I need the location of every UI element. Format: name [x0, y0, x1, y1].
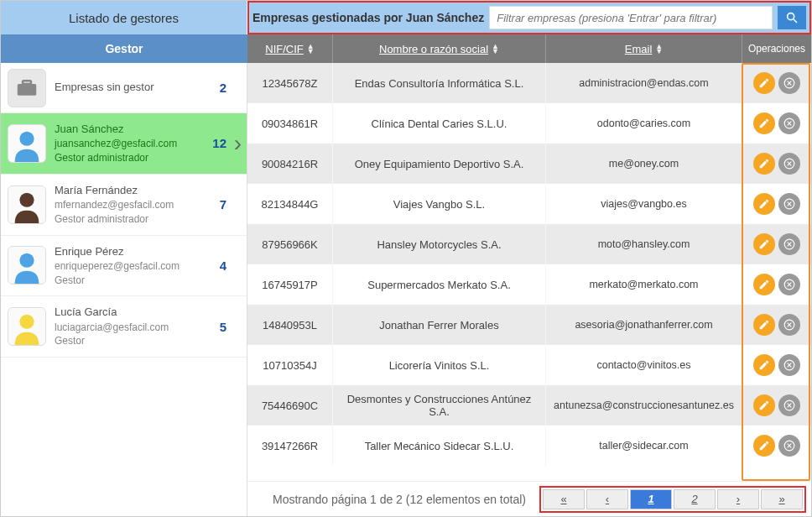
edit-button[interactable]: [753, 233, 775, 255]
gestor-count: 12: [206, 136, 226, 150]
cell-ops: [742, 264, 811, 305]
pager-prev[interactable]: ‹: [586, 489, 628, 509]
delete-button[interactable]: [778, 233, 800, 255]
cell-nif: 14840953L: [247, 305, 333, 345]
cell-name: Taller Mecánico Sidecar S.L.U.: [333, 426, 546, 466]
cell-ops: [742, 144, 811, 184]
table-row: 90084216ROney Equipamiento Deportivo S.A…: [247, 144, 811, 184]
gestor-name: María Fernández: [55, 183, 198, 198]
pencil-icon: [758, 279, 770, 290]
delete-button[interactable]: [778, 354, 800, 376]
gestor-email: juansanchez@gesfacil.com: [55, 137, 198, 151]
col-header-email[interactable]: Email ▲▼: [546, 34, 742, 63]
gestor-role: Gestor administrador: [55, 212, 198, 227]
pagination-status: Mostrando página 1 de 2 (12 elementos en…: [256, 493, 543, 506]
sort-icon: ▲▼: [655, 44, 663, 54]
delete-button[interactable]: [778, 435, 800, 457]
col-header-name[interactable]: Nombre o razón social ▲▼: [333, 34, 546, 63]
pencil-icon: [758, 319, 770, 331]
cell-name: Endas Consultoría Informática S.L.: [333, 63, 546, 103]
gestor-row[interactable]: Lucía Garcíaluciagarcia@gesfacil.comGest…: [1, 296, 247, 358]
delete-button[interactable]: [778, 193, 800, 215]
cell-ops: [742, 345, 811, 385]
gestor-row-unassigned[interactable]: Empresas sin gestor2: [1, 63, 247, 113]
table-row: 87956966KHansley Motorcycles S.A.moto@ha…: [247, 224, 811, 264]
sort-icon: ▲▼: [492, 44, 499, 54]
sort-icon: ▲▼: [307, 44, 315, 54]
gestor-row[interactable]: María Fernándezmfernandez@gesfacil.comGe…: [1, 175, 247, 236]
cell-nif: 75446690C: [247, 385, 333, 426]
search-button[interactable]: [778, 6, 806, 29]
delete-button[interactable]: [778, 274, 800, 295]
companies-title: Empresas gestionadas por Juan Sánchez: [252, 11, 484, 24]
close-icon: [783, 279, 795, 290]
header-left-title: Listado de gestores: [1, 1, 247, 34]
pencil-icon: [758, 198, 770, 210]
cell-email: contacto@vinitos.es: [546, 345, 742, 385]
cell-ops: [742, 103, 811, 144]
gestor-email: luciagarcia@gesfacil.com: [55, 321, 198, 335]
search-input[interactable]: [489, 6, 773, 29]
close-icon: [783, 238, 795, 250]
avatar: [8, 124, 46, 163]
app-container: Listado de gestores Empresas gestionadas…: [0, 0, 812, 517]
table-header: NIF/CIF ▲▼ Nombre o razón social ▲▼ Emai…: [247, 34, 811, 63]
gestor-email: mfernandez@gesfacil.com: [55, 198, 198, 212]
gestor-role: Gestor administrador: [55, 151, 198, 165]
delete-button[interactable]: [778, 112, 800, 134]
table-row: 39147266RTaller Mecánico Sidecar S.L.U.t…: [247, 426, 811, 466]
svg-rect-3: [23, 81, 31, 84]
gestor-info: Juan Sánchezjuansanchez@gesfacil.comGest…: [55, 122, 198, 165]
cell-ops: [742, 224, 811, 264]
delete-button[interactable]: [778, 72, 800, 94]
delete-button[interactable]: [778, 394, 800, 416]
edit-button[interactable]: [753, 394, 775, 416]
edit-button[interactable]: [753, 193, 775, 215]
cell-nif: 12345678Z: [247, 63, 333, 103]
gestor-role: Gestor: [55, 334, 198, 348]
edit-button[interactable]: [753, 314, 775, 336]
avatar-icon: [8, 185, 45, 224]
cell-nif: 10710354J: [247, 345, 333, 385]
pager-page-1[interactable]: 1: [630, 489, 672, 509]
avatar: [8, 307, 46, 346]
pencil-icon: [758, 77, 770, 89]
svg-point-9: [19, 253, 34, 268]
avatar: [8, 185, 46, 224]
svg-point-7: [19, 192, 34, 206]
pager-last[interactable]: »: [761, 489, 803, 509]
pager-first[interactable]: «: [543, 489, 585, 509]
edit-button[interactable]: [753, 354, 775, 376]
pencil-icon: [758, 238, 770, 250]
close-icon: [783, 118, 795, 129]
subheader: Gestor NIF/CIF ▲▼ Nombre o razón social …: [1, 34, 811, 63]
cell-email: moto@hansley.com: [546, 224, 742, 264]
edit-button[interactable]: [753, 112, 775, 134]
pager-next[interactable]: ›: [717, 489, 759, 509]
cell-ops: [742, 63, 811, 103]
edit-button[interactable]: [753, 435, 775, 457]
cell-email: asesoria@jonathanferrer.com: [546, 305, 742, 345]
edit-button[interactable]: [753, 72, 775, 94]
cell-email: administracion@endas.com: [546, 63, 742, 103]
cell-email: taller@sidecar.com: [546, 426, 742, 466]
gestor-row[interactable]: Juan Sánchezjuansanchez@gesfacil.comGest…: [1, 113, 247, 175]
header-right: Empresas gestionadas por Juan Sánchez: [247, 1, 811, 34]
delete-button[interactable]: [778, 314, 800, 336]
delete-button[interactable]: [778, 153, 800, 175]
cell-email: viajes@vangbo.es: [546, 184, 742, 224]
cell-name: Clínica Dental Caries S.L.U.: [333, 103, 546, 144]
gestor-info: Enrique Pérezenriqueperez@gesfacil.comGe…: [55, 244, 198, 288]
gestor-count: 5: [206, 320, 226, 334]
close-icon: [783, 440, 795, 452]
cell-email: me@oney.com: [546, 144, 742, 184]
gestor-row[interactable]: Enrique Pérezenriqueperez@gesfacil.comGe…: [1, 236, 247, 297]
cell-name: Hansley Motorcycles S.A.: [333, 224, 546, 264]
table-body: 12345678ZEndas Consultoría Informática S…: [247, 63, 811, 481]
header: Listado de gestores Empresas gestionadas…: [1, 1, 811, 34]
edit-button[interactable]: [753, 153, 775, 175]
edit-button[interactable]: [753, 274, 775, 295]
col-header-nif[interactable]: NIF/CIF ▲▼: [247, 34, 333, 63]
pager-page-2[interactable]: 2: [674, 489, 716, 509]
pencil-icon: [758, 440, 770, 452]
